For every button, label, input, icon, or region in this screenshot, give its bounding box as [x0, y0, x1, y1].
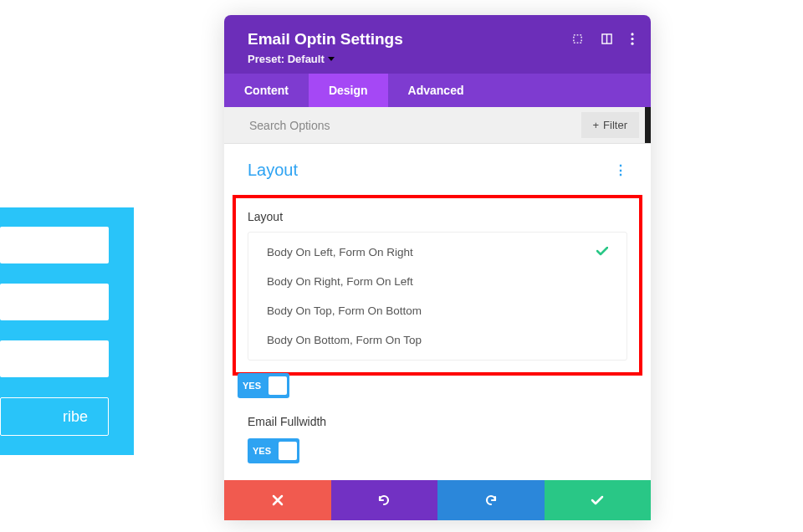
layout-label: Layout: [248, 210, 627, 223]
preset-dropdown[interactable]: Preset: Default: [248, 53, 403, 65]
check-icon: [596, 246, 608, 258]
undo-icon: [376, 493, 391, 508]
plus-icon: +: [593, 119, 600, 131]
section-title: Layout: [248, 161, 298, 180]
svg-point-4: [631, 38, 633, 40]
filter-button[interactable]: + Filter: [581, 112, 639, 138]
layout-option-1[interactable]: Body On Right, Form On Left: [248, 267, 627, 296]
content-area: Layout ⋮ Layout Body On Left, Form On Ri…: [224, 144, 651, 480]
cancel-button[interactable]: [224, 480, 331, 520]
modal-header-icons: [572, 33, 634, 45]
highlight-box: Layout Body On Left, Form On Right Body …: [233, 195, 642, 376]
expand-icon[interactable]: [572, 33, 583, 44]
redo-icon: [483, 493, 499, 508]
tab-advanced[interactable]: Advanced: [388, 74, 484, 107]
modal-header-left: Email Optin Settings Preset: Default: [248, 30, 403, 65]
settings-modal: Email Optin Settings Preset: Default Con…: [224, 15, 651, 520]
layout-option-0[interactable]: Body On Left, Form On Right: [248, 238, 627, 267]
tab-content[interactable]: Content: [224, 74, 309, 107]
confirm-button[interactable]: [545, 480, 652, 520]
background-form-preview: ribe: [0, 207, 134, 455]
section-menu-icon[interactable]: ⋮: [614, 162, 627, 178]
tabs: Content Design Advanced: [224, 74, 651, 107]
bg-input-2: [0, 284, 109, 320]
email-fullwidth-section: Email Fullwidth YES: [244, 415, 631, 463]
modal-header: Email Optin Settings Preset: Default: [224, 15, 651, 74]
bg-input-3: [0, 340, 109, 377]
action-bar: [224, 480, 651, 520]
more-icon[interactable]: [631, 33, 634, 45]
partial-toggle: YES: [238, 371, 631, 398]
bg-subscribe-text: ribe: [63, 408, 88, 426]
option-label: Body On Right, Form On Left: [267, 275, 413, 288]
yes-toggle-partial[interactable]: YES: [238, 373, 289, 398]
chevron-down-icon: [328, 57, 335, 61]
svg-point-5: [631, 43, 633, 45]
yes-text: YES: [253, 446, 271, 456]
layout-option-2[interactable]: Body On Top, Form On Bottom: [248, 296, 627, 325]
svg-point-3: [631, 33, 633, 35]
preset-label: Preset: Default: [248, 53, 325, 65]
email-fullwidth-label: Email Fullwidth: [248, 415, 627, 428]
bg-input-1: [0, 227, 109, 263]
modal-title: Email Optin Settings: [248, 30, 403, 49]
check-icon: [591, 495, 604, 505]
layout-option-3[interactable]: Body On Bottom, Form On Top: [248, 325, 627, 355]
option-label: Body On Bottom, Form On Top: [267, 334, 422, 346]
svg-rect-0: [574, 35, 581, 43]
search-input[interactable]: [224, 119, 581, 132]
tab-design[interactable]: Design: [309, 74, 388, 107]
option-label: Body On Top, Form On Bottom: [267, 304, 422, 317]
toggle-knob: [279, 442, 297, 460]
toggle-knob: [269, 376, 287, 395]
search-bar: + Filter: [224, 107, 651, 144]
yes-text: YES: [243, 381, 261, 391]
option-label: Body On Left, Form On Right: [267, 246, 413, 258]
section-header[interactable]: Layout ⋮: [244, 161, 631, 180]
redo-button[interactable]: [437, 480, 545, 520]
close-icon: [272, 494, 284, 506]
undo-button[interactable]: [331, 480, 438, 520]
layout-dropdown: Body On Left, Form On Right Body On Righ…: [248, 232, 627, 361]
email-fullwidth-toggle[interactable]: YES: [248, 438, 299, 463]
panel-icon[interactable]: [601, 33, 612, 44]
bg-subscribe-button: ribe: [0, 397, 109, 436]
filter-label: Filter: [603, 119, 627, 131]
